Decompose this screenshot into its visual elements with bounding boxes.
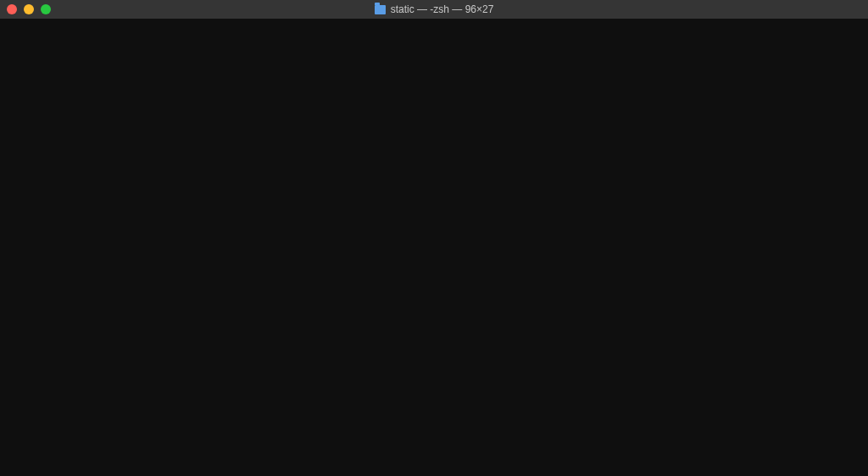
fullscreen-window-button[interactable] bbox=[41, 4, 51, 14]
window-title: static — -zsh — 96×27 bbox=[375, 3, 494, 15]
folder-icon bbox=[375, 5, 386, 14]
close-window-button[interactable] bbox=[7, 4, 17, 14]
window-title-right: -zsh — 96×27 bbox=[430, 3, 493, 15]
traffic-lights bbox=[7, 4, 51, 14]
terminal-output[interactable] bbox=[0, 19, 868, 476]
window-title-left: static bbox=[391, 3, 415, 15]
minimize-window-button[interactable] bbox=[24, 4, 34, 14]
window-titlebar: static — -zsh — 96×27 bbox=[0, 0, 868, 19]
